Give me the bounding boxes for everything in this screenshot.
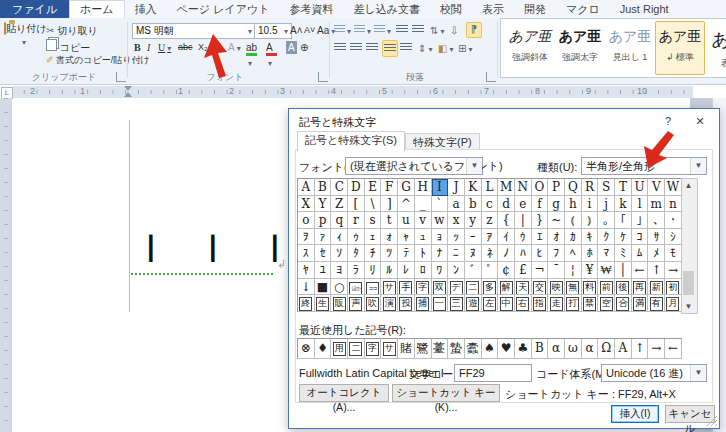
symbol-cell[interactable]: } <box>532 212 549 229</box>
symbol-cell[interactable]: サ <box>381 279 398 296</box>
ribbon-tab[interactable]: ページ レイアウト <box>167 1 280 18</box>
multilevel-list-button[interactable] <box>374 24 391 38</box>
symbol-cell[interactable]: 手 <box>398 279 415 296</box>
symbol-cell[interactable]: α <box>548 339 565 359</box>
ribbon-tab[interactable]: ホーム <box>69 0 125 18</box>
symbol-cell[interactable]: ｿ <box>331 245 348 262</box>
style-gallery-item[interactable]: あア表題 <box>705 21 726 75</box>
ribbon-tab[interactable]: 参考資料 <box>279 1 343 18</box>
symbol-cell[interactable]: ｲ <box>498 229 515 246</box>
symbol-cell[interactable]: 双 <box>432 279 449 296</box>
symbol-cell[interactable]: 演 <box>381 295 398 312</box>
font-dialog-launcher[interactable] <box>318 72 328 82</box>
symbol-cell[interactable]: c <box>482 196 499 213</box>
scrollbar-thumb[interactable] <box>683 271 694 295</box>
symbol-cell[interactable]: 中 <box>498 295 515 312</box>
symbol-cell[interactable]: α <box>582 339 599 359</box>
symbol-cell[interactable]: 新 <box>648 279 665 296</box>
numbered-list-button[interactable] <box>354 24 371 38</box>
symbol-cell[interactable]: B <box>532 339 549 359</box>
symbol-cell[interactable]: ﾒ <box>648 245 665 262</box>
align-center-button[interactable] <box>350 42 362 55</box>
ribbon-tab[interactable]: 校閲 <box>430 1 472 18</box>
increase-indent-button[interactable] <box>412 24 424 37</box>
symbol-cell[interactable]: d <box>498 196 515 213</box>
symbol-cell[interactable]: p <box>315 212 332 229</box>
symbol-cell[interactable]: e <box>515 196 532 213</box>
scroll-up-icon[interactable]: ▲ <box>682 179 695 192</box>
symbol-cell[interactable]: 吹 <box>365 295 382 312</box>
symbol-cell[interactable]: ｱ <box>482 229 499 246</box>
symbol-cell[interactable]: 生 <box>315 295 332 312</box>
symbol-cell[interactable]: 有 <box>648 295 665 312</box>
distribute-button[interactable] <box>400 42 412 55</box>
symbol-cell[interactable]: 字 <box>365 339 382 359</box>
symbol-cell[interactable]: ､ <box>648 212 665 229</box>
symbol-cell[interactable]: 満 <box>632 295 649 312</box>
symbol-cell[interactable]: デ <box>448 279 465 296</box>
symbol-cell[interactable]: ⦆ <box>582 212 599 229</box>
symbol-cell[interactable]: 二 <box>348 339 365 359</box>
symbol-cell[interactable]: ｯ <box>448 229 465 246</box>
symbol-cell[interactable]: | <box>515 212 532 229</box>
paste-button[interactable]: 貼り付け <box>4 22 42 49</box>
symbol-cell[interactable]: 蠹 <box>465 339 482 359</box>
symbol-cell[interactable]: ﾅ <box>432 245 449 262</box>
symbol-cell[interactable]: ﾚ <box>398 262 415 279</box>
symbol-cell[interactable]: g <box>548 196 565 213</box>
symbol-cell[interactable]: H <box>415 179 432 196</box>
symbol-cell[interactable]: 解 <box>498 279 515 296</box>
symbol-cell[interactable]: W <box>665 179 682 196</box>
symbol-cell[interactable]: 薹 <box>432 339 449 359</box>
symbol-cell[interactable]: ﾋ <box>532 245 549 262</box>
clipboard-dialog-launcher[interactable] <box>116 72 126 82</box>
symbol-cell[interactable]: ﾂ <box>381 245 398 262</box>
symbol-cell[interactable]: i <box>582 196 599 213</box>
close-icon[interactable]: ✕ <box>689 113 711 129</box>
ribbon-tab[interactable]: 開発 <box>514 1 556 18</box>
symbol-cell[interactable]: ｷ <box>582 229 599 246</box>
symbol-cell[interactable]: ｵ <box>548 229 565 246</box>
symbol-cell[interactable]: ｡ <box>598 212 615 229</box>
symbol-cell[interactable]: 用 <box>331 339 348 359</box>
symbol-cell[interactable]: [ <box>348 196 365 213</box>
sort-button[interactable]: ⇅ <box>430 24 444 38</box>
symbol-cell[interactable]: ⊗ <box>298 339 315 359</box>
ribbon-tab[interactable]: 差し込み文書 <box>343 1 430 18</box>
bold-button[interactable]: B <box>134 41 141 54</box>
symbol-cell[interactable]: ｶ <box>565 229 582 246</box>
superscript-button[interactable]: X² <box>212 41 221 54</box>
symbol-cell[interactable]: ﾍ <box>565 245 582 262</box>
symbol-cell[interactable]: ¥ <box>582 262 599 279</box>
style-gallery-item[interactable]: あア亜↲ 標準 <box>655 21 705 75</box>
underline-button[interactable]: U <box>158 41 171 55</box>
symbol-cell[interactable]: ﾙ <box>381 262 398 279</box>
style-gallery-item[interactable]: あア亜強調太字 <box>555 21 605 75</box>
symbol-cell[interactable]: ○ <box>331 279 348 296</box>
symbol-cell[interactable]: S <box>598 179 615 196</box>
symbol-cell[interactable]: s <box>365 212 382 229</box>
symbol-cell[interactable]: ｩ <box>348 229 365 246</box>
decrease-indent-button[interactable] <box>396 24 408 37</box>
symbol-cell[interactable]: 蟄 <box>448 339 465 359</box>
font-size-combobox[interactable]: 10.5 <box>254 23 292 39</box>
symbol-cell[interactable]: Q <box>565 179 582 196</box>
symbol-cell[interactable]: L <box>482 179 499 196</box>
symbol-cell[interactable]: A <box>615 339 632 359</box>
symbol-cell[interactable]: ｧ <box>315 229 332 246</box>
symbol-cell[interactable]: 声 <box>348 295 365 312</box>
symbol-cell[interactable]: ﾁ <box>365 245 382 262</box>
highlight-button[interactable]: ab <box>246 41 257 70</box>
symbol-cell[interactable]: ﾓ <box>665 245 682 262</box>
symbol-cell[interactable]: ¬ <box>532 262 549 279</box>
chevron-down-icon[interactable]: ▼ <box>690 365 706 381</box>
symbol-cell[interactable]: ﾝ <box>448 262 465 279</box>
symbol-cell[interactable]: ~ <box>548 212 565 229</box>
font-name-combobox[interactable]: MS 明朝 <box>132 23 256 39</box>
symbol-cell[interactable]: → <box>665 262 682 279</box>
symbol-cell[interactable]: T <box>615 179 632 196</box>
symbol-cell[interactable]: Ω <box>598 339 615 359</box>
symbol-cell[interactable]: F <box>381 179 398 196</box>
symbol-cell[interactable]: u <box>398 212 415 229</box>
shading-button[interactable]: ◧ <box>438 42 453 56</box>
